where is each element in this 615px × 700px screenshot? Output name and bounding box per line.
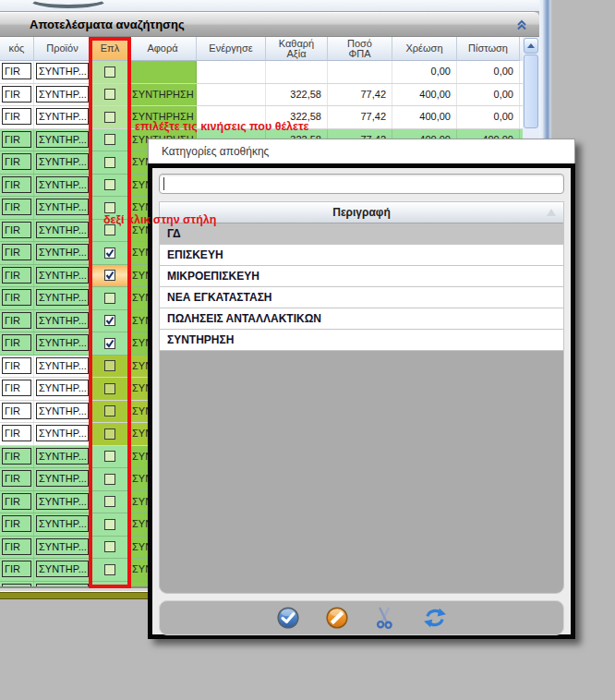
code-value: ΓΙR bbox=[2, 63, 31, 79]
checkmark-icon bbox=[105, 248, 115, 258]
code-cell: ΓΙR bbox=[0, 559, 34, 581]
select-checkbox[interactable] bbox=[104, 247, 115, 259]
column-header-8[interactable]: Χρέωση bbox=[392, 37, 457, 61]
code-cell: ΓΙR bbox=[0, 287, 34, 309]
column-header-2[interactable]: Προϊόν bbox=[34, 37, 91, 61]
checkbox-cell[interactable] bbox=[91, 468, 129, 490]
checkbox-cell[interactable] bbox=[91, 265, 129, 287]
category-list-item[interactable]: ΓΔ bbox=[160, 223, 563, 245]
category-list-item[interactable]: ΣΥΝΤΗΡΗΣΗ bbox=[160, 330, 563, 351]
select-checkbox[interactable] bbox=[104, 474, 115, 485]
code-value: ΓΙR bbox=[2, 267, 31, 284]
debit-cell: 400,00 bbox=[392, 106, 457, 128]
code-value: ΓΙR bbox=[2, 334, 31, 351]
checkbox-cell[interactable] bbox=[91, 401, 129, 423]
product-value: ΣΥΝΤΗΡ... bbox=[36, 199, 89, 215]
category-value: ΣΥΝΤΗΡΗΣΗ bbox=[129, 84, 196, 100]
column-header-4[interactable]: Αφορά bbox=[129, 37, 197, 61]
select-checkbox[interactable] bbox=[104, 202, 115, 213]
checkbox-cell[interactable] bbox=[91, 513, 129, 536]
column-header-5[interactable]: Ενέργησε bbox=[197, 37, 266, 61]
select-checkbox[interactable] bbox=[104, 496, 115, 507]
column-header-6[interactable]: Καθαρή Αξία bbox=[266, 37, 328, 61]
select-checkbox[interactable] bbox=[104, 293, 115, 304]
checkbox-cell[interactable] bbox=[91, 129, 129, 151]
product-value: ΣΥΝΤΗΡ... bbox=[36, 425, 89, 441]
select-checkbox[interactable] bbox=[104, 383, 115, 394]
panel-title: Αποτελέσματα αναζήτησης bbox=[0, 18, 513, 31]
scrollbar-thumb[interactable] bbox=[524, 54, 538, 128]
category-filter-input[interactable] bbox=[159, 174, 564, 194]
column-header-9[interactable]: Πίστωση bbox=[457, 37, 520, 61]
checkbox-cell[interactable] bbox=[91, 175, 129, 197]
product-cell: ΣΥΝΤΗΡ... bbox=[34, 242, 91, 264]
scroll-up-button[interactable] bbox=[524, 38, 538, 54]
table-row[interactable]: ΓΙRΣΥΝΤΗΡ...0,000,00 bbox=[0, 61, 539, 84]
select-checkbox[interactable] bbox=[104, 405, 115, 416]
select-checkbox[interactable] bbox=[104, 564, 115, 575]
background-window-fragment bbox=[0, 0, 539, 12]
checkbox-cell[interactable] bbox=[91, 356, 129, 378]
checkbox-cell[interactable] bbox=[91, 491, 129, 513]
checkbox-cell[interactable] bbox=[91, 446, 129, 468]
refresh-button[interactable] bbox=[423, 606, 447, 630]
table-row[interactable]: ΓΙRΣΥΝΤΗΡ...ΣΥΝΤΗΡΗΣΗ322,5877,42400,000,… bbox=[0, 106, 539, 129]
code-cell: ΓΙR bbox=[0, 468, 34, 490]
select-checkbox[interactable] bbox=[104, 89, 115, 100]
product-value: ΣΥΝΤΗΡ... bbox=[36, 538, 89, 555]
category-list-item[interactable]: ΕΠΙΣΚΕΥΗ bbox=[160, 245, 563, 266]
ok-button[interactable] bbox=[276, 606, 300, 630]
select-checkbox[interactable] bbox=[104, 519, 115, 530]
net-amount-cell: 322,58 bbox=[266, 106, 328, 128]
checkbox-cell[interactable] bbox=[91, 242, 129, 264]
checkbox-cell[interactable] bbox=[91, 423, 129, 445]
checkbox-cell[interactable] bbox=[91, 378, 129, 400]
collapse-panel-button[interactable] bbox=[513, 17, 530, 33]
checkbox-cell[interactable] bbox=[91, 61, 129, 83]
select-checkbox[interactable] bbox=[104, 66, 115, 78]
select-checkbox[interactable] bbox=[104, 338, 115, 349]
select-checkbox[interactable] bbox=[104, 541, 115, 552]
select-checkbox[interactable] bbox=[104, 157, 115, 168]
checkbox-cell[interactable] bbox=[91, 332, 129, 355]
product-value: ΣΥΝΤΗΡ... bbox=[36, 334, 89, 351]
category-list-item[interactable]: ΜΙΚΡΟΕΠΙΣΚΕΥΗ bbox=[160, 266, 563, 287]
checkmark-icon bbox=[105, 271, 115, 280]
category-cell: ΣΥΝΤΗΡΗΣΗ bbox=[129, 84, 197, 106]
cut-button[interactable] bbox=[374, 606, 398, 630]
product-cell: ΣΥΝΤΗΡ... bbox=[34, 220, 91, 242]
code-cell: ΓΙR bbox=[0, 491, 34, 513]
checkbox-cell[interactable] bbox=[91, 197, 129, 219]
select-checkbox[interactable] bbox=[104, 360, 115, 371]
checkbox-cell[interactable] bbox=[91, 310, 129, 332]
select-checkbox[interactable] bbox=[104, 134, 115, 145]
checkbox-cell[interactable] bbox=[91, 559, 129, 581]
checkbox-cell[interactable] bbox=[91, 84, 129, 106]
product-cell: ΣΥΝΤΗΡ... bbox=[34, 491, 91, 513]
categories-list-items: ΓΔΕΠΙΣΚΕΥΗΜΙΚΡΟΕΠΙΣΚΕΥΗΝΕΑ ΕΓΚΑΤΑΣΤΑΣΗΠΩ… bbox=[160, 223, 563, 351]
column-header-7[interactable]: Ποσό ΦΠΑ bbox=[328, 37, 392, 61]
cancel-button[interactable] bbox=[325, 606, 349, 630]
checkbox-cell[interactable] bbox=[91, 287, 129, 309]
select-checkbox[interactable] bbox=[104, 451, 115, 462]
column-header-3[interactable]: Επλ bbox=[91, 37, 129, 61]
checkbox-cell[interactable] bbox=[91, 220, 129, 242]
credit-cell: 0,00 bbox=[457, 106, 520, 128]
select-checkbox[interactable] bbox=[104, 315, 115, 326]
select-checkbox[interactable] bbox=[104, 112, 115, 123]
product-cell: ΣΥΝΤΗΡ... bbox=[34, 513, 91, 536]
category-list-item[interactable]: ΝΕΑ ΕΓΚΑΤΑΣΤΑΣΗ bbox=[160, 287, 563, 308]
table-row[interactable]: ΓΙRΣΥΝΤΗΡ...ΣΥΝΤΗΡΗΣΗ322,5877,42400,000,… bbox=[0, 84, 539, 107]
code-cell: ΓΙR bbox=[0, 265, 34, 287]
column-header-1[interactable]: κός bbox=[0, 37, 34, 61]
checkbox-cell[interactable] bbox=[91, 151, 129, 174]
list-header-description[interactable]: Περιγραφή bbox=[160, 202, 563, 223]
select-checkbox[interactable] bbox=[104, 224, 115, 235]
checkbox-cell[interactable] bbox=[91, 106, 129, 128]
select-checkbox[interactable] bbox=[104, 270, 115, 281]
category-list-item[interactable]: ΠΩΛΗΣΕΙΣ ΑΝΤΑΛΛΑΚΤΙΚΩΝ bbox=[160, 308, 563, 330]
checkbox-cell[interactable] bbox=[91, 537, 129, 559]
code-cell: ΓΙR bbox=[0, 175, 34, 197]
select-checkbox[interactable] bbox=[104, 179, 115, 190]
select-checkbox[interactable] bbox=[104, 428, 115, 440]
